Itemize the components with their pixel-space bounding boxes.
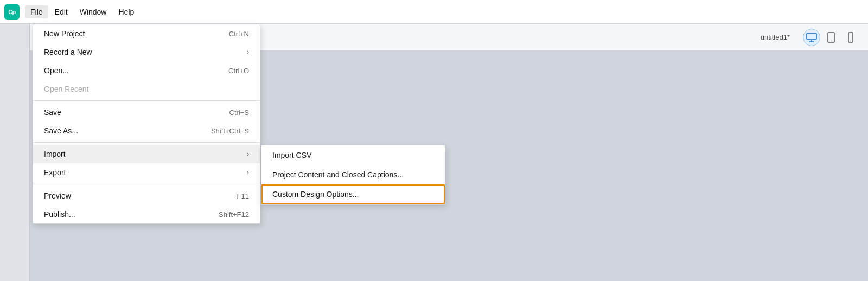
save-label: Save [44,108,61,117]
mobile-device-button[interactable] [842,29,859,46]
import-item[interactable]: Import › [33,145,260,163]
sidebar [0,24,30,281]
open-recent-item: Open Recent [33,80,260,98]
divider-1 [33,100,260,101]
menu-item-window[interactable]: Window [74,5,112,18]
export-arrow: › [247,169,249,176]
publish-label: Publish... [44,210,75,219]
svg-point-4 [831,40,832,41]
save-as-shortcut: Shift+Ctrl+S [211,127,249,135]
new-project-label: New Project [44,29,85,38]
desktop-icon [806,31,818,43]
record-a-new-item[interactable]: Record a New › [33,43,260,61]
svg-rect-0 [807,33,816,40]
record-a-new-arrow: › [247,48,249,56]
publish-shortcut: Shift+F12 [219,210,249,219]
import-submenu: Import CSV Project Content and Closed Ca… [261,145,445,205]
open-shortcut: Ctrl+O [228,67,249,75]
save-as-item[interactable]: Save As... Shift+Ctrl+S [33,122,260,140]
app-logo-text: Cp [8,9,16,15]
new-project-item[interactable]: New Project Ctrl+N [33,24,260,43]
export-item[interactable]: Export › [33,163,260,182]
import-container: Import › Import CSV Project Content and … [33,145,260,163]
save-shortcut: Ctrl+S [229,108,249,117]
divider-2 [33,142,260,143]
app-logo: Cp [4,4,20,20]
open-item[interactable]: Open... Ctrl+O [33,61,260,80]
publish-item[interactable]: Publish... Shift+F12 [33,205,260,223]
menu-item-help[interactable]: Help [113,5,139,18]
svg-point-6 [850,40,851,41]
new-project-shortcut: Ctrl+N [229,30,249,38]
export-label: Export [44,168,66,177]
import-arrow: › [247,150,249,158]
menu-item-file[interactable]: File [25,5,48,18]
menu-bar: Cp File Edit Window Help [0,0,868,24]
save-as-label: Save As... [44,126,78,135]
open-label: Open... [44,66,69,75]
record-a-new-label: Record a New [44,48,92,56]
import-label: Import [44,150,66,158]
open-recent-label: Open Recent [44,85,89,93]
preview-item[interactable]: Preview F11 [33,187,260,205]
file-dropdown: New Project Ctrl+N Record a New › Open..… [33,24,260,224]
tablet-device-button[interactable] [822,29,840,46]
divider-3 [33,184,260,184]
import-csv-item[interactable]: Import CSV [261,145,445,165]
preview-label: Preview [44,191,71,200]
preview-shortcut: F11 [237,192,249,200]
project-content-item[interactable]: Project Content and Closed Captions... [261,165,445,184]
app-window: Cp File Edit Window Help untitled1* [0,0,868,281]
import-csv-label: Import CSV [272,151,311,159]
project-content-label: Project Content and Closed Captions... [272,170,404,179]
desktop-device-button[interactable] [803,29,820,46]
file-menu: New Project Ctrl+N Record a New › Open..… [33,24,260,224]
menu-items: File Edit Window Help [25,5,139,18]
mobile-icon [845,31,857,43]
device-icons [803,29,859,46]
custom-design-label: Custom Design Options... [272,190,359,199]
save-item[interactable]: Save Ctrl+S [33,103,260,122]
menu-item-edit[interactable]: Edit [49,5,73,18]
tab-title: untitled1* [761,33,790,41]
tablet-icon [825,31,837,43]
custom-design-item[interactable]: Custom Design Options... [261,184,445,204]
